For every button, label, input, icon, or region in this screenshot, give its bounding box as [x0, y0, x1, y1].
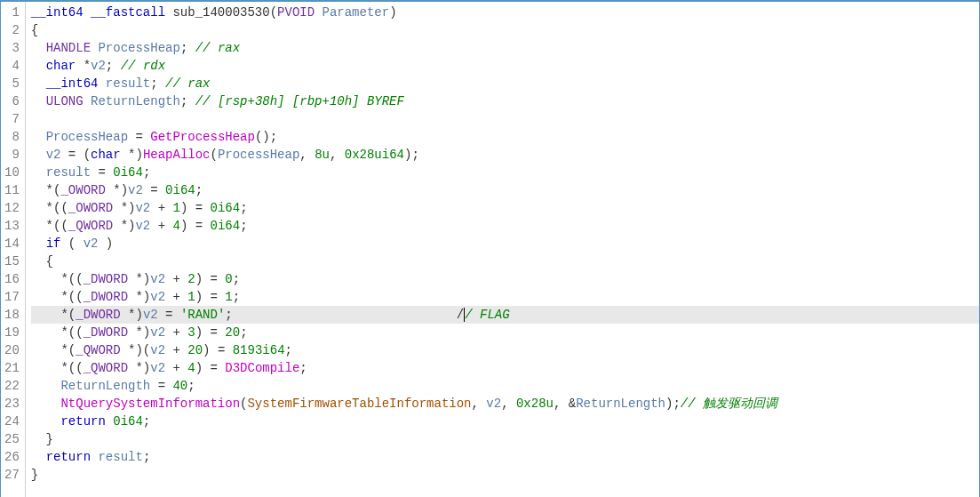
- code-line[interactable]: ProcessHeap = GetProcessHeap();: [31, 128, 979, 146]
- token: // [rsp+38h] [rbp+10h] BYREF: [195, 94, 404, 108]
- line-number: 24: [4, 413, 20, 430]
- token: result: [98, 450, 142, 464]
- token: ) =: [195, 272, 226, 286]
- token: [84, 5, 91, 20]
- token: *(: [31, 343, 76, 357]
- code-line[interactable]: }: [31, 466, 979, 484]
- token: 20: [187, 343, 203, 357]
- token: +: [150, 201, 172, 215]
- code-line[interactable]: }: [31, 430, 979, 448]
- code-line[interactable]: *((_QWORD *)v2 + 4) = 0i64;: [31, 217, 979, 235]
- token: 1: [187, 290, 195, 304]
- token: Parameter: [323, 5, 390, 20]
- code-line[interactable]: v2 = (char *)HeapAlloc(ProcessHeap, 8u, …: [31, 146, 979, 164]
- token: ProcessHeap: [46, 130, 128, 144]
- token: HeapAlloc: [143, 148, 211, 162]
- token: 1: [225, 290, 232, 304]
- line-number: 27: [4, 466, 20, 484]
- code-area[interactable]: __int64 __fastcall sub_140003530(PVOID P…: [26, 2, 979, 497]
- token: if: [46, 236, 61, 251]
- token: ;: [180, 41, 195, 55]
- token: _QWORD: [76, 343, 120, 357]
- line-number: 15: [4, 253, 20, 270]
- token: +: [150, 219, 172, 233]
- code-line[interactable]: *((_DWORD *)v2 + 2) = 0;: [31, 270, 979, 288]
- token: ReturnLength: [576, 397, 665, 411]
- token: *(: [31, 308, 76, 322]
- token: PVOID: [277, 5, 315, 20]
- token: ;: [240, 219, 247, 233]
- token: ) =: [203, 343, 233, 357]
- code-line[interactable]: *(_DWORD *)v2 = 'RAND'; // FLAG: [31, 306, 979, 324]
- token: D3DCompile: [225, 361, 299, 375]
- code-line[interactable]: HANDLE ProcessHeap; // rax: [31, 39, 979, 57]
- line-number: 7: [4, 110, 20, 128]
- token: ,: [330, 148, 345, 162]
- code-line[interactable]: return result;: [31, 448, 979, 466]
- token: [31, 165, 46, 180]
- code-line[interactable]: *(_QWORD *)(v2 + 20) = 8193i64;: [31, 341, 979, 359]
- code-line[interactable]: if ( v2 ): [31, 235, 979, 253]
- token: (: [211, 148, 218, 162]
- token: v2: [91, 59, 106, 73]
- code-line[interactable]: char *v2; // rdx: [31, 57, 979, 75]
- token: =: [91, 165, 113, 180]
- code-line[interactable]: [31, 110, 979, 128]
- token: _QWORD: [68, 219, 113, 233]
- token: 0i64: [113, 165, 143, 180]
- token: *): [128, 290, 150, 304]
- token: *((: [31, 201, 68, 215]
- token: char: [46, 59, 76, 73]
- token: =: [143, 183, 165, 197]
- token: 4: [173, 219, 180, 233]
- token: ;: [143, 450, 150, 464]
- token: ;: [233, 272, 240, 286]
- code-line[interactable]: return 0i64;: [31, 413, 979, 430]
- token: +: [165, 361, 187, 375]
- line-number: 1: [4, 4, 20, 21]
- token: {: [31, 254, 53, 269]
- token: ;: [187, 379, 195, 393]
- code-line[interactable]: *((_DWORD *)v2 + 1) = 1;: [31, 288, 979, 306]
- token: v2: [150, 272, 165, 286]
- code-line[interactable]: __int64 __fastcall sub_140003530(PVOID P…: [31, 4, 979, 21]
- code-line[interactable]: __int64 result; // rax: [31, 75, 979, 92]
- token: ,: [501, 397, 516, 411]
- code-line[interactable]: {: [31, 253, 979, 270]
- token: 0i64: [211, 219, 241, 233]
- line-number: 18: [4, 306, 20, 324]
- token: __int64: [31, 5, 84, 20]
- token: ReturnLength: [91, 94, 180, 108]
- token: [31, 236, 46, 251]
- token: v2: [486, 397, 501, 411]
- code-line[interactable]: *(_OWORD *)v2 = 0i64;: [31, 181, 979, 199]
- token: [315, 5, 322, 20]
- code-line[interactable]: *((_DWORD *)v2 + 3) = 20;: [31, 324, 979, 341]
- token: [31, 397, 61, 411]
- line-number: 22: [4, 377, 20, 395]
- token: *): [106, 183, 128, 197]
- token: *): [128, 361, 150, 375]
- token: ) =: [195, 361, 226, 375]
- token: +: [165, 290, 187, 304]
- line-number: 9: [4, 146, 20, 164]
- code-line[interactable]: ULONG ReturnLength; // [rsp+38h] [rbp+10…: [31, 92, 979, 110]
- code-line[interactable]: result = 0i64;: [31, 164, 979, 181]
- code-line[interactable]: *((_OWORD *)v2 + 1) = 0i64;: [31, 199, 979, 217]
- token: _DWORD: [84, 290, 128, 304]
- token: =: [128, 130, 150, 144]
- token: *): [113, 201, 135, 215]
- code-line[interactable]: {: [31, 21, 979, 39]
- code-line[interactable]: NtQuerySystemInformation(SystemFirmwareT…: [31, 395, 979, 413]
- token: );: [404, 148, 419, 162]
- code-line[interactable]: ReturnLength = 40;: [31, 377, 979, 395]
- token: ) =: [195, 290, 226, 304]
- token: ;: [195, 183, 203, 197]
- line-number: 3: [4, 39, 20, 57]
- token: *: [76, 59, 91, 73]
- code-line[interactable]: *((_QWORD *)v2 + 4) = D3DCompile;: [31, 359, 979, 377]
- token: 8193i64: [233, 343, 285, 357]
- token: ,: [472, 397, 487, 411]
- token: ,: [299, 148, 315, 162]
- token: }: [31, 468, 38, 482]
